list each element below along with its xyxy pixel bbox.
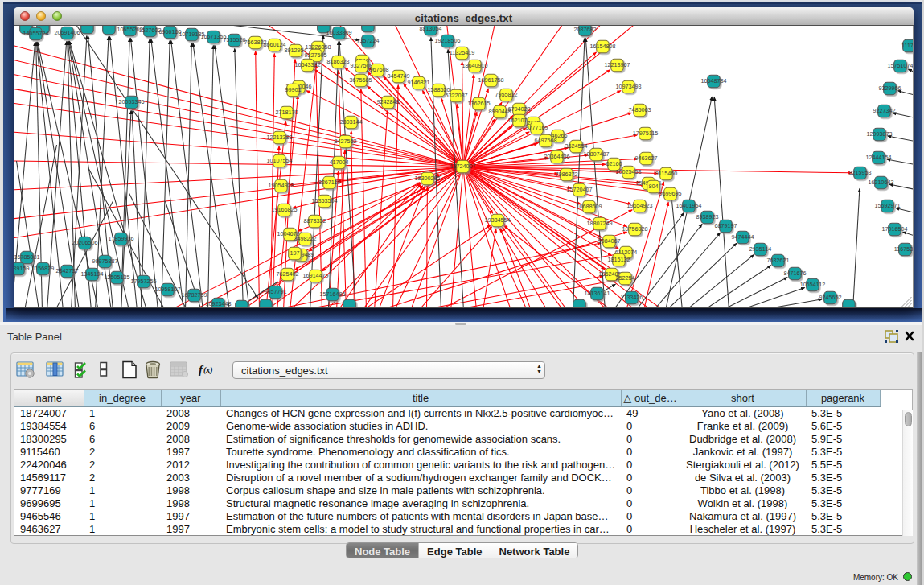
svg-text:99901: 99901 xyxy=(285,86,302,93)
svg-text:2935114: 2935114 xyxy=(749,245,771,253)
svg-text:6879197: 6879197 xyxy=(715,222,737,229)
svg-text:14055724: 14055724 xyxy=(23,30,49,37)
svg-text:17016504: 17016504 xyxy=(882,225,908,233)
svg-text:197: 197 xyxy=(290,249,300,257)
svg-text:7632621: 7632621 xyxy=(767,257,790,264)
svg-text:7515526: 7515526 xyxy=(224,36,246,43)
svg-text:11173: 11173 xyxy=(901,42,914,49)
svg-text:16154808: 16154808 xyxy=(590,43,616,50)
svg-text:11325419: 11325419 xyxy=(450,49,474,56)
svg-text:15720407: 15720407 xyxy=(567,186,593,193)
svg-text:18807249: 18807249 xyxy=(587,220,613,227)
svg-text:10688609: 10688609 xyxy=(577,203,602,210)
svg-text:9146821: 9146821 xyxy=(408,79,430,86)
svg-text:8813054: 8813054 xyxy=(420,26,442,32)
svg-text:12093873: 12093873 xyxy=(867,130,893,138)
svg-text:16961758: 16961758 xyxy=(478,76,504,84)
svg-text:99975887: 99975887 xyxy=(92,257,118,265)
svg-text:8186323: 8186323 xyxy=(327,58,350,65)
svg-text:2087682: 2087682 xyxy=(574,26,597,33)
svg-text:8878352: 8878352 xyxy=(304,217,326,225)
svg-text:9699695: 9699695 xyxy=(659,190,682,197)
svg-text:12213383: 12213383 xyxy=(267,134,293,141)
svg-text:10973493: 10973493 xyxy=(616,83,642,90)
svg-text:2342737: 2342737 xyxy=(56,267,79,274)
svg-text:2718170: 2718170 xyxy=(276,109,298,116)
svg-text:9474444: 9474444 xyxy=(732,233,754,241)
svg-text:16543382: 16543382 xyxy=(295,61,321,68)
svg-text:10756928: 10756928 xyxy=(622,225,648,233)
svg-text:1345194: 1345194 xyxy=(81,270,104,278)
svg-text:9327505: 9327505 xyxy=(305,51,327,59)
svg-text:7485063: 7485063 xyxy=(629,106,651,113)
svg-text:19384554: 19384554 xyxy=(485,216,511,224)
svg-text:9777169: 9777169 xyxy=(526,124,548,131)
svg-text:15353504: 15353504 xyxy=(312,197,338,204)
svg-text:8912954: 8912954 xyxy=(285,47,307,54)
svg-text:2039159: 2039159 xyxy=(14,265,29,272)
svg-text:17859936: 17859936 xyxy=(109,235,134,242)
svg-text:6497568: 6497568 xyxy=(535,137,557,144)
svg-text:16914479: 16914479 xyxy=(303,272,329,279)
svg-text:12444154: 12444154 xyxy=(866,154,892,161)
svg-text:6794028: 6794028 xyxy=(508,105,531,113)
svg-text:8454749: 8454749 xyxy=(388,72,410,80)
svg-text:17975115: 17975115 xyxy=(633,130,658,137)
svg-text:2803144: 2803144 xyxy=(340,118,363,126)
svg-text:17957255: 17957255 xyxy=(131,278,157,285)
svg-text:20206506: 20206506 xyxy=(72,239,98,246)
svg-text:7955812: 7955812 xyxy=(495,91,518,98)
svg-text:16210643: 16210643 xyxy=(869,179,894,186)
svg-text:9242848: 9242848 xyxy=(377,98,400,105)
svg-text:9245652: 9245652 xyxy=(819,294,842,301)
svg-text:19054928: 19054928 xyxy=(269,182,294,189)
svg-text:1527602: 1527602 xyxy=(139,27,162,34)
svg-text:8938923: 8938923 xyxy=(696,213,719,220)
svg-text:8215953: 8215953 xyxy=(849,169,872,176)
svg-text:16785081: 16785081 xyxy=(14,253,39,261)
svg-text:9463627: 9463627 xyxy=(635,154,658,162)
svg-text:8660124: 8660124 xyxy=(264,41,286,48)
svg-text:15692971: 15692971 xyxy=(875,202,901,209)
svg-text:12505135: 12505135 xyxy=(105,274,130,281)
svg-text:10923448: 10923448 xyxy=(206,300,232,307)
svg-text:18640910: 18640910 xyxy=(462,62,488,69)
svg-text:3498222: 3498222 xyxy=(294,235,317,242)
svg-text:7625402: 7625402 xyxy=(277,270,299,278)
svg-text:252254: 252254 xyxy=(616,274,635,282)
svg-text:20364436: 20364436 xyxy=(544,153,570,160)
svg-text:10025453: 10025453 xyxy=(616,168,642,175)
svg-text:19166825: 19166825 xyxy=(272,206,298,213)
svg-text:62160: 62160 xyxy=(606,160,622,167)
svg-text:9115460: 9115460 xyxy=(655,170,677,177)
svg-text:10654112: 10654112 xyxy=(800,281,825,288)
svg-text:20691406: 20691406 xyxy=(55,29,80,36)
svg-text:16782759: 16782759 xyxy=(182,291,207,299)
svg-text:(x): (x) xyxy=(203,365,213,375)
svg-text:1362615: 1362615 xyxy=(468,100,491,107)
svg-text:8427552: 8427552 xyxy=(335,138,357,145)
svg-text:16648784: 16648784 xyxy=(701,77,727,84)
svg-text:1733426: 1733426 xyxy=(621,294,643,301)
svg-text:2967608: 2967608 xyxy=(367,66,389,73)
svg-text:10807487: 10807487 xyxy=(584,150,610,158)
svg-text:16033809: 16033809 xyxy=(326,29,352,36)
svg-text:10107554: 10107554 xyxy=(267,157,293,164)
svg-text:9329966: 9329966 xyxy=(879,84,901,92)
svg-text:10958107: 10958107 xyxy=(155,286,181,293)
svg-text:20053346: 20053346 xyxy=(119,98,145,105)
svg-text:19654923: 19654923 xyxy=(627,202,653,209)
svg-text:1156829: 1156829 xyxy=(32,265,54,272)
svg-text:3675685: 3675685 xyxy=(350,76,372,84)
svg-text:8267110: 8267110 xyxy=(318,179,340,186)
svg-text:417004: 417004 xyxy=(330,159,349,166)
svg-text:8471676: 8471676 xyxy=(784,270,807,277)
svg-text:1167533: 1167533 xyxy=(894,245,914,253)
svg-text:14136141: 14136141 xyxy=(585,290,610,297)
svg-text:18724007: 18724007 xyxy=(450,163,476,170)
svg-text:9084067: 9084067 xyxy=(598,237,621,245)
svg-text:15751074: 15751074 xyxy=(888,62,914,69)
svg-text:18300295: 18300295 xyxy=(415,175,441,182)
svg-text:19218506: 19218506 xyxy=(435,37,461,44)
svg-text:3624554: 3624554 xyxy=(565,142,588,150)
